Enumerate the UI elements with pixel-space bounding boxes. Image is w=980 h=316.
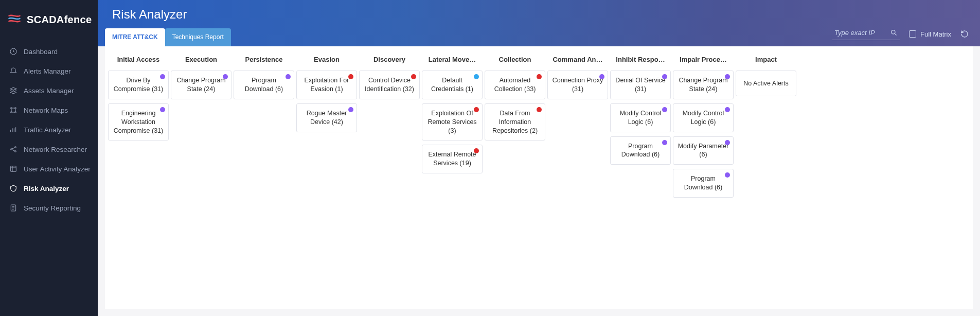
sidebar-item-alerts-manager[interactable]: Alerts Manager (0, 61, 98, 81)
severity-dot-icon (160, 74, 165, 79)
severity-dot-icon (725, 140, 730, 145)
top-tools: Full Matrix (832, 28, 969, 40)
column-header: Evasion (295, 46, 358, 71)
severity-dot-icon (474, 148, 479, 153)
technique-card[interactable]: Program Download (6) (673, 169, 734, 198)
severity-dot-icon (725, 74, 730, 79)
column-header: Persistence (233, 46, 295, 71)
severity-dot-icon (411, 74, 416, 79)
brand: SCADAfence (0, 0, 98, 42)
technique-label: Control Device Identification (32) (364, 76, 415, 94)
svg-point-7 (15, 151, 16, 152)
nav-icon (9, 86, 17, 95)
search-icon[interactable] (890, 29, 898, 37)
nav-icon (9, 184, 17, 192)
severity-dot-icon (348, 74, 353, 79)
sidebar-item-security-reporting[interactable]: Security Reporting (0, 198, 98, 218)
sidebar-item-label: Alerts Manager (24, 67, 71, 75)
technique-card[interactable]: Modify Control Logic (6) (610, 103, 671, 132)
technique-label: Modify Control Logic (6) (615, 109, 666, 127)
sidebar-item-user-activity-analyzer[interactable]: User Activity Analyzer (0, 159, 98, 179)
topbar: Risk Analyzer MITRE ATT&CKTechniques Rep… (98, 0, 980, 46)
technique-label: Modify Parameter (6) (678, 142, 729, 160)
severity-dot-icon (599, 74, 604, 79)
technique-label: Program Download (6) (678, 174, 729, 192)
column-header: Lateral Move… (421, 46, 484, 71)
technique-label: Exploitation Of Remote Services (3) (426, 109, 478, 135)
full-matrix-toggle[interactable]: Full Matrix (909, 30, 951, 38)
column-body: Program Download (6) (233, 71, 295, 198)
technique-card[interactable]: Modify Control Logic (6) (673, 103, 734, 132)
brand-name: SCADAfence (27, 14, 92, 26)
column-body: Connection Proxy (31) (546, 71, 609, 198)
svg-point-2 (15, 108, 16, 109)
technique-card[interactable]: Data From Information Repositories (2) (485, 103, 545, 141)
technique-card[interactable]: Modify Parameter (6) (673, 136, 734, 165)
sidebar-item-label: User Activity Analyzer (24, 165, 91, 173)
technique-card[interactable]: Exploitation For Evasion (1) (296, 71, 357, 99)
sidebar-item-label: Risk Analyzer (24, 185, 69, 192)
column-body: Change Program State (24) (170, 71, 233, 198)
column-body: Automated Collection (33)Data From Infor… (484, 71, 546, 198)
sidebar-item-traffic-analyzer[interactable]: Traffic Analyzer (0, 120, 98, 139)
column-header: Command An… (546, 46, 609, 71)
column-body: Control Device Identification (32) (358, 71, 421, 198)
severity-dot-icon (223, 74, 228, 79)
sidebar-item-network-maps[interactable]: Network Maps (0, 100, 98, 120)
svg-point-3 (11, 112, 12, 113)
svg-rect-8 (11, 166, 16, 172)
column-body: Exploitation For Evasion (1)Rogue Master… (295, 71, 358, 198)
technique-card[interactable]: Change Program State (24) (171, 71, 231, 99)
technique-label: Engineering Workstation Compromise (31) (113, 109, 164, 135)
technique-card[interactable]: Denial Of Service (31) (610, 71, 671, 99)
technique-card[interactable]: Connection Proxy (31) (547, 71, 608, 99)
technique-card[interactable]: Drive By Compromise (31) (108, 71, 169, 99)
sidebar: SCADAfence DashboardAlerts ManagerAssets… (0, 0, 98, 316)
nav-icon (9, 204, 17, 212)
technique-card[interactable]: Program Download (6) (610, 136, 671, 165)
sidebar-item-assets-manager[interactable]: Assets Manager (0, 81, 98, 100)
tab-mitre-att-ck[interactable]: MITRE ATT&CK (105, 28, 165, 46)
sidebar-item-network-researcher[interactable]: Network Researcher (0, 139, 98, 159)
tabs: MITRE ATT&CKTechniques Report (105, 28, 231, 46)
severity-dot-icon (662, 140, 667, 145)
technique-card[interactable]: Default Credentials (1) (422, 71, 483, 99)
technique-card[interactable]: Exploitation Of Remote Services (3) (422, 103, 483, 141)
technique-card[interactable]: Engineering Workstation Compromise (31) (108, 103, 169, 141)
severity-dot-icon (662, 74, 667, 79)
technique-card[interactable]: Program Download (6) (234, 71, 294, 99)
severity-dot-icon (537, 107, 542, 112)
search-wrap[interactable] (832, 28, 900, 40)
technique-card[interactable]: Automated Collection (33) (485, 71, 545, 99)
refresh-icon[interactable] (960, 30, 969, 38)
technique-card[interactable]: No Active Alerts (736, 71, 796, 96)
severity-dot-icon (348, 107, 353, 112)
technique-label: Data From Information Repositories (2) (489, 109, 541, 135)
technique-card[interactable]: Rogue Master Device (42) (296, 103, 357, 132)
technique-label: Drive By Compromise (31) (113, 76, 164, 94)
sidebar-item-dashboard[interactable]: Dashboard (0, 42, 98, 61)
column-header: Initial Access (107, 46, 170, 71)
technique-label: Rogue Master Device (42) (301, 109, 352, 127)
technique-card[interactable]: Control Device Identification (32) (359, 71, 420, 99)
severity-dot-icon (662, 107, 667, 112)
technique-card[interactable]: External Remote Services (19) (422, 145, 483, 173)
matrix: Initial AccessExecutionPersistenceEvasio… (105, 46, 973, 309)
column-header: Impair Proce… (672, 46, 735, 71)
technique-label: Change Program State (24) (678, 76, 729, 94)
technique-label: Connection Proxy (31) (552, 76, 603, 94)
sidebar-item-risk-analyzer[interactable]: Risk Analyzer (0, 179, 98, 198)
svg-point-1 (11, 108, 12, 109)
sidebar-item-label: Network Researcher (24, 146, 87, 153)
svg-point-5 (11, 149, 12, 150)
svg-line-11 (895, 33, 896, 35)
tab-techniques-report[interactable]: Techniques Report (165, 28, 231, 46)
technique-label: Modify Control Logic (6) (678, 109, 729, 127)
main: Risk Analyzer MITRE ATT&CKTechniques Rep… (98, 0, 980, 316)
search-input[interactable] (834, 29, 886, 37)
checkbox-icon (909, 30, 916, 38)
nav-icon (9, 67, 17, 75)
technique-card[interactable]: Change Program State (24) (673, 71, 734, 99)
technique-label: External Remote Services (19) (426, 150, 478, 168)
severity-dot-icon (474, 107, 479, 112)
